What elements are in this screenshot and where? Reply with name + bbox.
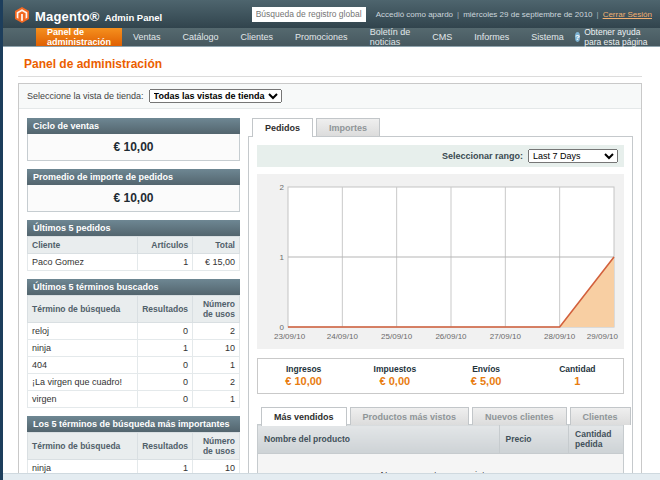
last-orders-table: ClienteArtículosTotalPaco Gomez1€ 15,00: [27, 236, 240, 271]
last-search-terms-title: Últimos 5 términos buscados: [27, 279, 240, 295]
nav-item-cms[interactable]: CMS: [421, 28, 463, 46]
page-help-link[interactable]: ? Obtener ayuda para esta página: [575, 28, 660, 46]
last-search-terms-widget: Últimos 5 términos buscados Término de b…: [27, 279, 240, 408]
average-orders-value: € 10,00: [27, 185, 240, 212]
stat-tax: Impuestos € 0,00: [349, 364, 440, 387]
top-search-terms-title: Los 5 términos de búsqueda más important…: [27, 416, 240, 432]
stat-shipping-value: € 5,00: [441, 375, 532, 387]
stat-revenue-label: Ingresos: [258, 364, 349, 374]
global-search-input[interactable]: [252, 7, 366, 22]
page-help-label: Obtener ayuda para esta página: [584, 27, 650, 47]
dashboard-right-column: Pedidos Importes Seleccionar rango: Last…: [248, 118, 633, 480]
table-row: Paco Gomez1€ 15,00: [28, 254, 240, 271]
nav-item-promotions[interactable]: Promociones: [284, 28, 359, 46]
window-bottom-edge: [0, 473, 660, 480]
lifetime-sales-title: Ciclo de ventas: [27, 118, 240, 134]
column-header: Precio: [499, 425, 569, 454]
totals-row: Ingresos € 10,00 Impuestos € 0,00 Envíos…: [257, 358, 624, 394]
column-header: Resultados: [138, 433, 193, 460]
dashboard-left-column: Ciclo de ventas € 10,00 Promedio de impo…: [27, 118, 240, 480]
svg-text:0: 0: [279, 323, 284, 332]
orders-chart-container: 01223/09/1024/09/1025/09/1026/09/1027/09…: [257, 174, 624, 349]
stat-revenue-value: € 10,00: [258, 375, 349, 387]
content-area: Panel de administración Seleccione la vi…: [0, 47, 660, 480]
svg-text:25/09/10: 25/09/10: [381, 332, 413, 341]
range-bar: Seleccionar rango: Last 7 Days: [257, 145, 624, 167]
table-row: ninja110: [28, 340, 240, 357]
column-header: Nombre del producto: [258, 425, 500, 454]
column-header: Cliente: [28, 237, 138, 254]
window-left-edge: [0, 0, 3, 480]
current-date-text: miércoles 29 de septiembre de 2010: [463, 10, 592, 19]
lifetime-sales-value: € 10,00: [27, 134, 240, 161]
stat-shipping: Envíos € 5,00: [441, 364, 532, 387]
chart-tabset: Pedidos Importes: [252, 118, 633, 136]
logo-text-primary: Magento®: [35, 9, 100, 24]
average-orders-title: Promedio de importe de pedidos: [27, 169, 240, 185]
table-row: virgen01: [28, 391, 240, 408]
last-search-terms-table: Término de búsquedaResultadosNúmero de u…: [27, 295, 240, 408]
table-row: 40401: [28, 357, 240, 374]
stat-quantity-value: 1: [532, 375, 623, 387]
admin-header: Magento® Admin Panel Accedió como apardo…: [0, 0, 660, 28]
nav-item-reports[interactable]: Informes: [463, 28, 520, 46]
svg-text:1: 1: [279, 253, 284, 262]
stat-tax-label: Impuestos: [349, 364, 440, 374]
bestsellers-grid: Nombre del productoPrecioCantidad pedida…: [257, 424, 624, 480]
column-header: Número de usos: [193, 296, 240, 323]
tab-bestsellers[interactable]: Más vendidos: [261, 407, 347, 426]
stat-quantity-label: Cantidad: [532, 364, 623, 374]
store-view-bar: Seleccione la vista de tienda: Todas las…: [19, 84, 641, 109]
range-select[interactable]: Last 7 Days: [528, 149, 618, 163]
page-title: Panel de administración: [24, 57, 642, 71]
magento-logo-icon: [14, 7, 30, 23]
magento-logo: Magento® Admin Panel: [14, 5, 162, 24]
nav-item-dashboard[interactable]: Panel de administración: [36, 28, 122, 46]
column-header: Artículos: [138, 237, 193, 254]
nav-item-newsletter[interactable]: Boletín de noticias: [359, 28, 422, 46]
svg-text:28/09/10: 28/09/10: [544, 332, 576, 341]
table-row: reloj02: [28, 323, 240, 340]
nav-item-system[interactable]: Sistema: [520, 28, 575, 46]
help-icon: ?: [575, 32, 580, 42]
tab-new-customers[interactable]: Nuevos clientes: [472, 407, 567, 425]
nav-item-customers[interactable]: Clientes: [230, 28, 285, 46]
main-nav: Panel de administración Ventas Catálogo …: [0, 28, 660, 47]
stat-tax-value: € 0,00: [349, 375, 440, 387]
column-header: Término de búsqueda: [28, 296, 138, 323]
grid-tabset: Más vendidos Productos más vistos Nuevos…: [261, 407, 624, 425]
svg-text:23/09/10: 23/09/10: [274, 332, 306, 341]
nav-item-sales[interactable]: Ventas: [122, 28, 172, 46]
last-orders-widget: Últimos 5 pedidos ClienteArtículosTotalP…: [27, 220, 240, 271]
nav-item-catalog[interactable]: Catálogo: [172, 28, 230, 46]
svg-text:27/09/10: 27/09/10: [489, 332, 521, 341]
logout-link[interactable]: Cerrar Sesión: [603, 10, 652, 19]
svg-text:29/09/10: 29/09/10: [586, 332, 618, 341]
logged-in-as-text: Accedió como apardo: [376, 10, 453, 19]
title-divider: [18, 76, 642, 77]
tab-customers[interactable]: Clientes: [570, 407, 631, 425]
store-view-select[interactable]: Todas las vistas de tienda: [149, 89, 282, 103]
range-label: Seleccionar rango:: [442, 151, 523, 161]
stat-revenue: Ingresos € 10,00: [258, 364, 349, 387]
dashboard-container: Seleccione la vista de tienda: Todas las…: [18, 83, 642, 480]
stat-shipping-label: Envíos: [441, 364, 532, 374]
last-orders-title: Últimos 5 pedidos: [27, 220, 240, 236]
logo-text-secondary: Admin Panel: [105, 12, 163, 23]
table-row: ¡La virgen que cuadro!02: [28, 374, 240, 391]
store-view-label: Seleccione la vista de tienda:: [27, 91, 144, 101]
chart-panel: Seleccionar rango: Last 7 Days 01223/09/…: [248, 136, 633, 480]
header-meta: Accedió como apardo|miércoles 29 de sept…: [376, 10, 652, 19]
column-header: Resultados: [138, 296, 193, 323]
svg-text:24/09/10: 24/09/10: [326, 332, 358, 341]
lifetime-sales-widget: Ciclo de ventas € 10,00: [27, 118, 240, 161]
svg-text:2: 2: [279, 183, 284, 192]
tab-orders[interactable]: Pedidos: [252, 118, 313, 137]
tab-most-viewed[interactable]: Productos más vistos: [350, 407, 470, 425]
column-header: Número de usos: [193, 433, 240, 460]
tab-amounts[interactable]: Importes: [316, 118, 380, 136]
stat-quantity: Cantidad 1: [532, 364, 623, 387]
top-search-terms-widget: Los 5 términos de búsqueda más important…: [27, 416, 240, 480]
svg-text:26/09/10: 26/09/10: [435, 332, 467, 341]
column-header: Total: [193, 237, 240, 254]
